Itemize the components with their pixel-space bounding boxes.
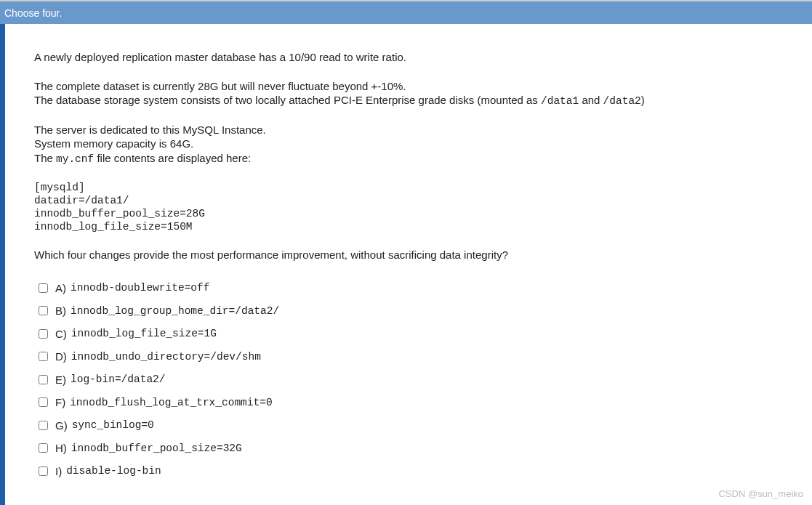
para3a-text: The server is dedicated to this MySQL In… — [34, 123, 783, 137]
code-data2: /data2 — [603, 95, 641, 107]
question-text: Which four changes provide the most perf… — [34, 248, 783, 262]
paragraph-1: A newly deployed replication master data… — [34, 50, 783, 65]
config-line-3: innodb_buffer_pool_size=28G — [34, 207, 783, 220]
checkbox-f[interactable] — [39, 397, 48, 407]
choice-b[interactable]: B) innodb_log_group_home_dir=/data2/ — [39, 304, 783, 318]
para3b-text: System memory capacity is 64G. — [34, 137, 783, 151]
choice-c-text: innodb_log_file_size=1G — [71, 327, 217, 341]
choice-b-letter: B) — [55, 304, 66, 318]
choice-f[interactable]: F) innodb_flush_log_at_trx_commit=0 — [39, 395, 783, 410]
choice-h-letter: H) — [55, 441, 67, 456]
question-body: A newly deployed replication master data… — [5, 24, 812, 505]
checkbox-h[interactable] — [39, 443, 48, 453]
choice-e-text: log-bin=/data2/ — [71, 373, 166, 387]
choice-h-text: innodb_buffer_pool_size=32G — [71, 442, 242, 456]
para2b-pre: The database storage system consists of … — [34, 94, 541, 106]
para2b-text: The database storage system consists of … — [34, 93, 783, 108]
choices-list: A) innodb-doublewrite=off B) innodb_log_… — [34, 281, 783, 479]
checkbox-c[interactable] — [39, 329, 48, 339]
content-wrap: A newly deployed replication master data… — [0, 24, 812, 505]
instruction-bar: Choose four. — [0, 0, 812, 24]
choice-d-text: innodb_undo_directory=/dev/shm — [71, 350, 261, 364]
config-block: [mysqld] datadir=/data1/ innodb_buffer_p… — [34, 181, 783, 234]
checkbox-d[interactable] — [39, 352, 48, 361]
choice-a[interactable]: A) innodb-doublewrite=off — [39, 281, 783, 296]
config-line-4: innodb_log_file_size=150M — [34, 220, 783, 233]
para2b-post: ) — [641, 94, 645, 106]
choice-a-letter: A) — [55, 281, 66, 296]
choice-c-letter: C) — [55, 327, 67, 342]
para3c-text: The my.cnf file contents are displayed h… — [34, 151, 783, 166]
para3c-pre: The — [34, 152, 56, 164]
choice-e[interactable]: E) log-bin=/data2/ — [39, 373, 783, 387]
watermark: CSDN @sun_meiko — [718, 488, 803, 499]
choice-g[interactable]: G) sync_binlog=0 — [39, 419, 783, 433]
checkbox-g[interactable] — [39, 421, 48, 430]
para1-text: A newly deployed replication master data… — [34, 50, 783, 65]
choice-i-letter: I) — [55, 464, 62, 479]
config-line-2: datadir=/data1/ — [34, 194, 783, 207]
code-data1: /data1 — [541, 95, 579, 107]
choice-d[interactable]: D) innodb_undo_directory=/dev/shm — [39, 350, 783, 364]
choice-e-letter: E) — [55, 373, 66, 387]
side-stripe — [0, 24, 5, 505]
para2b-mid: and — [579, 94, 603, 106]
choice-f-letter: F) — [55, 395, 65, 410]
choice-g-text: sync_binlog=0 — [72, 419, 154, 432]
checkbox-e[interactable] — [39, 375, 48, 384]
choice-a-text: innodb-doublewrite=off — [71, 281, 209, 295]
choice-i-text: disable-log-bin — [66, 464, 161, 478]
choice-b-text: innodb_log_group_home_dir=/data2/ — [71, 304, 279, 318]
para2a-text: The complete dataset is currently 28G bu… — [34, 79, 783, 94]
choice-d-letter: D) — [55, 350, 67, 364]
code-mycnf: my.cnf — [56, 153, 94, 165]
checkbox-i[interactable] — [39, 466, 48, 476]
choice-i[interactable]: I) disable-log-bin — [39, 464, 783, 479]
paragraph-3: The server is dedicated to this MySQL In… — [34, 123, 783, 166]
choice-f-text: innodb_flush_log_at_trx_commit=0 — [70, 396, 272, 410]
choice-c[interactable]: C) innodb_log_file_size=1G — [39, 327, 783, 342]
config-line-1: [mysqld] — [34, 181, 783, 194]
checkbox-b[interactable] — [39, 306, 48, 315]
para3c-post: file contents are displayed here: — [94, 152, 251, 164]
choice-h[interactable]: H) innodb_buffer_pool_size=32G — [39, 441, 783, 456]
paragraph-2: The complete dataset is currently 28G bu… — [34, 79, 783, 108]
checkbox-a[interactable] — [39, 283, 48, 293]
instruction-text: Choose four. — [4, 7, 62, 19]
choice-g-letter: G) — [55, 419, 68, 433]
